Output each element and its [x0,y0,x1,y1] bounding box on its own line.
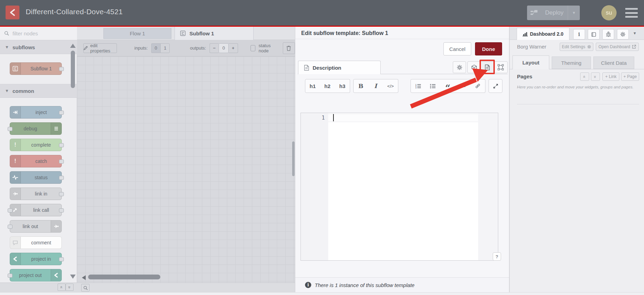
sidebar-tab-help[interactable] [588,29,600,40]
sidebar-tab-dashboard[interactable]: Dashboard 2.0 [517,28,569,40]
sidebar-tab-info[interactable]: i [573,29,585,40]
deploy-icon [527,10,541,16]
add-output-button[interactable]: + [229,43,238,53]
palette-scrollbar[interactable] [71,51,75,88]
palette-category-subflows[interactable]: ▼ subflows [0,40,77,54]
deploy-options-caret-icon[interactable]: ▾ [568,6,580,20]
outputs-label: outputs: [190,45,206,51]
remove-output-button[interactable]: − [210,43,219,53]
plus-icon: + [232,45,235,51]
scroll-left-icon[interactable] [82,275,86,280]
h3-label: h3 [339,83,346,89]
dialog-footer: i There is 1 instance of this subflow te… [295,278,509,292]
node-port [8,208,12,212]
category-label: common [12,88,34,94]
tab-subflow-1[interactable]: Subflow 1 [175,27,254,40]
add-link-button[interactable]: + Link [602,72,619,81]
chevron-down-icon: ▼ [5,88,9,93]
code-button[interactable]: </> [383,79,398,93]
italic-label: I [374,83,377,89]
canvas-vertical-scrollbar[interactable] [292,141,295,176]
status-node-label: status node [259,43,277,53]
italic-button[interactable]: I [368,79,383,93]
appearance-button[interactable] [494,61,508,73]
edit-properties-button[interactable]: edit properties [83,43,117,53]
palette-expand-all-button[interactable]: » [66,284,74,291]
description-editor[interactable] [300,113,498,261]
user-avatar[interactable]: su [601,5,617,20]
tab-flow-1[interactable]: Flow 1 [103,28,171,39]
subflow-toolbar: edit properties inputs: 0 1 outputs: − 0… [77,40,295,57]
inputs-0-button[interactable]: 0 [151,43,160,53]
node-label: catch [21,158,61,164]
editor-help-button[interactable]: ? [493,252,501,261]
sidebar-tab-config[interactable] [617,29,629,40]
palette-category-common[interactable]: ▼ common [0,84,77,98]
double-chevron-down-icon: » [67,286,72,288]
status-node-checkbox[interactable] [251,45,256,51]
tab-theming[interactable]: Theming [552,57,591,69]
palette-node-inject[interactable]: inject [10,106,62,119]
flow-canvas[interactable] [77,57,295,283]
canvas-horizontal-scrollbar[interactable] [88,275,160,279]
edit-settings-button[interactable]: Edit Settings [560,43,593,51]
palette-node-project-out[interactable]: project out [10,269,62,281]
tab-layout[interactable]: Layout [512,55,549,69]
palette-node-debug[interactable]: debug [10,122,62,135]
layout-tab-label: Layout [522,60,539,66]
inputs-1-button[interactable]: 1 [160,43,170,53]
node-port [59,67,64,71]
palette-node-complete[interactable]: ! complete [10,139,62,151]
palette-node-status[interactable]: status [10,171,62,184]
avatar-initials: su [606,9,612,16]
bold-button[interactable]: B [353,79,368,93]
node-port [59,257,64,261]
move-page-down-button[interactable]: » [591,72,600,81]
main-menu-button[interactable] [625,8,638,18]
annotation-highlight-box [480,60,495,74]
edit-settings-label: Edit Settings [562,44,585,49]
palette-node-link-call[interactable]: link call [10,204,62,216]
link-in-icon [10,188,21,200]
tab-client-data[interactable]: Client Data [593,57,634,69]
sidebar-tab-debug[interactable] [602,29,614,40]
add-page-label: + Page [624,74,637,79]
workspace-footer [77,283,295,292]
delete-subflow-button[interactable] [283,42,295,54]
book-icon [591,32,596,37]
deploy-button[interactable]: Deploy ▾ [527,6,580,20]
heading2-button[interactable]: h2 [320,79,335,93]
sidebar-more-tabs-caret-icon[interactable]: ▾ [634,31,636,36]
inject-icon [10,106,21,118]
palette-node-link-out[interactable]: link out [10,220,62,233]
palette-scroll-up-icon[interactable] [70,44,76,48]
annotation-arrow [399,66,493,111]
palette-node-link-in[interactable]: link in [10,188,62,200]
zoom-search-button[interactable] [81,284,90,292]
dialog-title-divider [295,39,509,39]
palette-node-subflow-1[interactable]: Subflow 1 [10,62,62,75]
filter-nodes-input[interactable] [12,30,69,37]
heading1-button[interactable]: h1 [305,79,320,93]
subflow-icon [10,63,21,75]
open-dashboard-button[interactable]: Open Dashboard [596,43,639,51]
heading3-button[interactable]: h3 [335,79,350,93]
add-link-label: + Link [605,74,616,79]
palette-node-comment[interactable]: comment [10,236,62,249]
palette-collapse-all-button[interactable]: « [58,284,66,291]
palette-scroll-down-icon[interactable] [70,275,76,279]
tab-label: Flow 1 [130,31,145,36]
node-label: link call [21,207,61,213]
description-tab-label: Description [313,65,341,71]
add-page-button[interactable]: + Page [621,72,639,81]
inputs-label: inputs: [134,45,147,51]
done-button[interactable]: Done [475,42,502,55]
move-page-up-button[interactable]: « [580,72,589,81]
page-bottom-strip [0,292,644,295]
palette-node-catch[interactable]: ! catch [10,155,62,167]
palette-node-project-in[interactable]: project in [10,253,62,265]
cancel-button[interactable]: Cancel [443,42,471,55]
bar-chart-icon [523,32,528,36]
tab-description[interactable]: Description [298,61,381,74]
palette-search[interactable] [0,27,77,40]
